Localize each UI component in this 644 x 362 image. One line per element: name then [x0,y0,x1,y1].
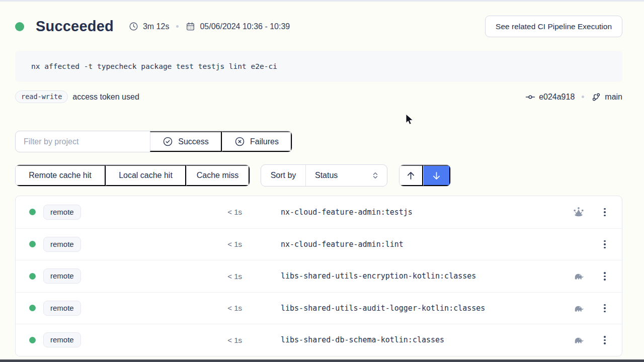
task-name: nx-cloud-feature-admin:lint [281,240,404,249]
cache-source-badge: remote [43,205,81,220]
dot-separator [176,25,179,28]
task-table: remote < 1s nx-cloud-feature-admin:testj… [15,196,622,356]
arrow-up-icon [406,170,416,181]
success-filter-label: Success [178,137,208,146]
x-circle-icon [234,136,245,147]
controls-row: Remote cache hit Local cache hit Cache m… [15,164,622,187]
task-row[interactable]: remote < 1s nx-cloud-feature-admin:lint [16,228,622,260]
tab-cache-miss[interactable]: Cache miss [186,165,250,186]
row-menu-button[interactable] [601,303,608,314]
access-token-text: access token used [72,93,139,102]
task-name: libs-shared-utils-encryption-kotlin:clas… [281,272,476,281]
cache-source-badge: remote [43,268,81,284]
failures-filter-label: Failures [250,137,279,146]
sort-descending-button[interactable] [423,165,450,186]
filter-by-project-input[interactable] [16,131,149,152]
row-menu-button[interactable] [601,334,608,345]
task-name: libs-shared-db-schema-kotlin:classes [281,335,444,344]
see-related-pipeline-button[interactable]: See related CI Pipeline Execution [485,16,622,37]
arrow-down-icon [431,170,442,181]
token-row: read-write access token used e024a918 ma… [15,90,622,103]
gradle-icon [573,270,585,282]
row-menu-button[interactable] [601,270,608,282]
task-duration: < 1s [89,208,242,216]
task-duration: < 1s [89,304,242,312]
failures-filter-button[interactable]: Failures [222,131,292,152]
run-date: 05/06/2024 10:36 - 10:39 [186,22,290,31]
filters-row: Success Failures [15,131,622,152]
run-detail-page: Succeeded 3m 12s 05/06/2024 10:36 - 10:3… [0,16,644,356]
task-row[interactable]: remote < 1s libs-shared-utils-audit-logg… [16,292,622,324]
cache-source-badge: remote [43,332,81,347]
check-circle-icon [163,136,173,147]
task-status-dot [29,241,36,247]
command-block: nx affected -t typecheck package test te… [15,51,622,82]
task-name: libs-shared-utils-audit-logger-kotlin:cl… [281,304,485,313]
cache-source-badge: remote [43,237,81,252]
branch-icon [591,92,601,102]
cache-source-badge: remote [43,301,81,316]
commit-sha[interactable]: e024a918 [539,93,575,102]
date-range-text: 05/06/2024 10:36 - 10:39 [200,22,290,31]
sort-select-value: Status [315,171,338,180]
dot-separator [582,96,584,98]
task-row[interactable]: remote < 1s libs-shared-db-schema-kotlin… [16,324,622,356]
access-token-badge: read-write [15,90,68,103]
gradle-icon [573,334,585,346]
task-name: nx-cloud-feature-admin:testjs [281,208,413,217]
row-menu-button[interactable] [601,207,608,218]
gradle-icon [573,302,585,314]
duration-text: 3m 12s [143,22,169,31]
run-header: Succeeded 3m 12s 05/06/2024 10:36 - 10:3… [15,16,622,37]
task-duration: < 1s [89,272,242,281]
tab-remote-cache-hit[interactable]: Remote cache hit [16,165,106,186]
task-duration: < 1s [89,240,242,248]
bottom-strip [0,359,644,362]
task-status-dot [29,305,36,311]
sort-by-label: Sort by [261,165,305,186]
sort-ascending-button[interactable] [399,165,423,186]
row-menu-button[interactable] [601,239,608,250]
sort-select[interactable]: Status [305,165,387,186]
task-row[interactable]: remote < 1s nx-cloud-feature-admin:testj… [16,196,622,228]
task-duration: < 1s [89,336,242,344]
jest-icon [573,206,585,218]
calendar-icon [186,22,195,31]
task-status-dot [29,273,36,280]
tab-local-cache-hit[interactable]: Local cache hit [106,165,186,186]
success-filter-button[interactable]: Success [150,131,222,152]
top-divider [0,0,644,2]
command-text: nx affected -t typecheck package test te… [31,62,277,70]
chevron-up-down-icon [371,171,380,180]
run-duration: 3m 12s [129,22,169,31]
clock-icon [129,22,138,31]
commit-icon [525,92,535,102]
task-status-dot [29,337,36,343]
task-row[interactable]: remote < 1s libs-shared-utils-encryption… [16,260,622,292]
task-status-dot [29,209,36,215]
branch-name[interactable]: main [605,93,622,102]
page-title: Succeeded [36,18,114,35]
status-dot [15,22,24,31]
